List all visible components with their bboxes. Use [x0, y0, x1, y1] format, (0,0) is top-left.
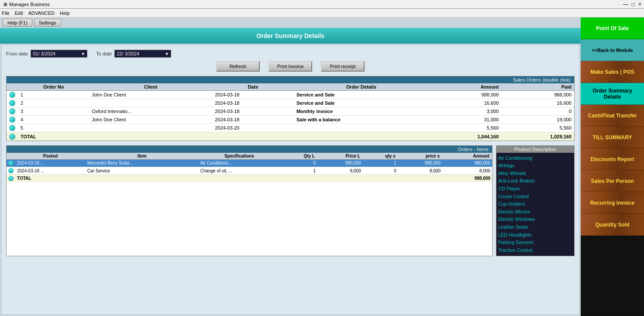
window-controls[interactable]: — □ ×	[623, 1, 641, 7]
oi-col-item: Item	[86, 153, 199, 160]
sidebar-cash-float[interactable]: Cash/Float Transfer	[581, 105, 644, 127]
col-paid: Paid	[501, 83, 574, 91]
list-item[interactable]: Air Conditioning	[498, 155, 572, 162]
maximize-btn[interactable]: □	[632, 1, 635, 7]
settings-button[interactable]: Settings	[34, 19, 61, 27]
to-date-label: To date	[96, 51, 112, 56]
sidebar-empty	[581, 236, 644, 316]
from-date-arrow[interactable]: ▼	[81, 52, 85, 56]
main-layout: Help (F1) Settings Order Summary Details…	[0, 17, 644, 316]
menu-file[interactable]: File	[2, 10, 10, 16]
row-dot	[9, 100, 15, 106]
row-dot	[9, 92, 15, 98]
print-receipt-button[interactable]: Print receipt	[321, 61, 365, 72]
orders-items-header: Orders - Items	[7, 146, 492, 153]
bottom-section: Orders - Items Posted Item Specification…	[6, 145, 575, 257]
row-dot	[9, 117, 15, 123]
title-bar: 🖥 Managex Business — □ ×	[0, 0, 644, 9]
total-dot	[8, 176, 14, 181]
menu-advanced[interactable]: ADVANCED	[28, 10, 55, 16]
orders-items-col-headers: Posted Item Specifications Qty L Price L…	[7, 153, 492, 160]
orders-items-container: Orders - Items Posted Item Specification…	[6, 145, 492, 257]
list-item[interactable]: Traction Control,	[498, 247, 572, 254]
table-row: TOTAL 1,044,160 1,029,160	[7, 132, 574, 141]
from-date-label: From date	[6, 51, 28, 56]
menu-edit[interactable]: Edit	[15, 10, 23, 16]
print-invoice-button[interactable]: Print Invoice	[269, 61, 312, 72]
list-item[interactable]: Electric Mirrors	[498, 208, 572, 216]
table-row[interactable]: 2 2024-03-18 Service and Sale 16,600 16,…	[7, 99, 574, 107]
list-item[interactable]: CD Player	[498, 185, 572, 193]
sales-orders-col-headers: Order No Client Date Order Details Amoun…	[7, 83, 574, 91]
title-bar-left: 🖥 Managex Business	[3, 2, 50, 7]
list-item[interactable]: Leather Seats	[498, 223, 572, 231]
date-filter-row: From date 01/ 3/2024 ▼ To date 22/ 3/202…	[6, 50, 575, 58]
sales-orders-table-container: Sales Orders (double click) Order No Cli…	[6, 76, 575, 141]
oi-col-qtys: qty s	[363, 153, 398, 160]
oi-col-pricel: Price L	[317, 153, 363, 160]
sidebar-till-summary[interactable]: TILL SUMMARY	[581, 127, 644, 148]
help-button[interactable]: Help (F1)	[3, 19, 32, 27]
to-date-input[interactable]: 22/ 3/2024 ▼	[114, 50, 171, 58]
from-date-group: From date 01/ 3/2024 ▼	[6, 50, 87, 58]
list-item[interactable]: Anti-Lock Brakes	[498, 177, 572, 185]
list-item[interactable]: Cup Holders	[498, 200, 572, 208]
menu-bar: File Edit ADVANCED Help	[0, 9, 644, 17]
list-item[interactable]: Electric Windows	[498, 216, 572, 223]
help-settings-bar: Help (F1) Settings	[0, 17, 581, 28]
list-item[interactable]: 2024-03-18 ... Car Service Change of oil…	[7, 167, 492, 174]
row-dot	[9, 108, 15, 114]
row-dot	[9, 125, 15, 131]
table-row[interactable]: 1 John Doe Client 2024-03-18 Service and…	[7, 91, 574, 99]
to-date-group: To date 22/ 3/2024 ▼	[96, 50, 171, 58]
page-title: Order Summary Details	[0, 28, 581, 44]
app-icon: 🖥	[3, 2, 7, 7]
sidebar-recurring-invoice[interactable]: Recurring Invoice	[581, 192, 644, 214]
product-desc-header: Product Description	[496, 146, 574, 153]
list-item[interactable]: 2024-03-18 ... Mercedes Benz Sclas... Ai…	[7, 159, 492, 167]
list-item[interactable]: LED Headlights	[498, 231, 572, 239]
orders-items-table: Posted Item Specifications Qty L Price L…	[7, 153, 492, 182]
minimize-btn[interactable]: —	[623, 1, 628, 7]
col-amount: Amount	[429, 83, 502, 91]
refresh-button[interactable]: Refresh	[216, 61, 260, 72]
app-name: Managex Business	[9, 2, 50, 7]
table-row[interactable]: 5 2024-03-20 5,560 5,560	[7, 124, 574, 132]
list-item[interactable]: Parking Sensors	[498, 239, 572, 247]
list-item[interactable]: Alloy Wheels	[498, 170, 572, 178]
from-date-input[interactable]: 01/ 3/2024 ▼	[31, 50, 87, 58]
list-item[interactable]: Cruise Control	[498, 193, 572, 201]
sidebar-discounts-report[interactable]: Discounts Report	[581, 148, 644, 170]
sidebar-make-sales[interactable]: Make Sales ( POS	[581, 61, 644, 83]
row-dot	[8, 161, 14, 166]
table-row[interactable]: 4 John Doe Client 2024-03-18 Sale with a…	[7, 116, 574, 124]
col-client: Client	[89, 83, 212, 91]
to-date-arrow[interactable]: ▼	[165, 52, 169, 56]
inner-content: From date 01/ 3/2024 ▼ To date 22/ 3/202…	[2, 45, 579, 314]
sidebar-quantity-sold[interactable]: Quantity Sold	[581, 214, 644, 236]
sales-orders-header: Sales Orders (double click)	[7, 76, 574, 83]
sidebar-point-of-sale[interactable]: Point Of Sale	[581, 17, 644, 39]
menu-help[interactable]: Help	[60, 10, 70, 16]
right-sidebar: Point Of Sale <<Back to Module Make Sale…	[581, 17, 644, 316]
oi-col-posted: Posted	[15, 153, 86, 160]
action-buttons: Refresh Print Invoice Print receipt	[6, 61, 575, 72]
row-dot	[8, 168, 14, 173]
table-row: TOTAL 988,000	[7, 175, 492, 182]
sidebar-order-summary[interactable]: Order Summary Details	[581, 83, 644, 105]
sales-orders-table: Order No Client Date Order Details Amoun…	[7, 83, 574, 141]
total-dot	[9, 134, 15, 140]
oi-col-qtyl: Qty L	[280, 153, 317, 160]
list-item[interactable]: Airbags	[498, 162, 572, 170]
content-area: Help (F1) Settings Order Summary Details…	[0, 17, 581, 316]
oi-col-prices: price s	[398, 153, 442, 160]
close-btn[interactable]: ×	[638, 1, 641, 7]
oi-col-amount: Amount	[442, 153, 492, 160]
col-order-no: Order No	[18, 83, 89, 91]
product-description-panel: Product Description Air ConditioningAirb…	[496, 145, 575, 257]
product-desc-content: Air ConditioningAirbagsAlloy WheelsAnti-…	[496, 153, 574, 256]
oi-col-specs: Specifications	[199, 153, 280, 160]
sidebar-sales-per-person[interactable]: Sales Per Person	[581, 170, 644, 192]
sidebar-back-to-module[interactable]: <<Back to Module	[581, 39, 644, 61]
table-row[interactable]: 3 Oxford Internatio... 2024-03-18 Monthl…	[7, 107, 574, 116]
